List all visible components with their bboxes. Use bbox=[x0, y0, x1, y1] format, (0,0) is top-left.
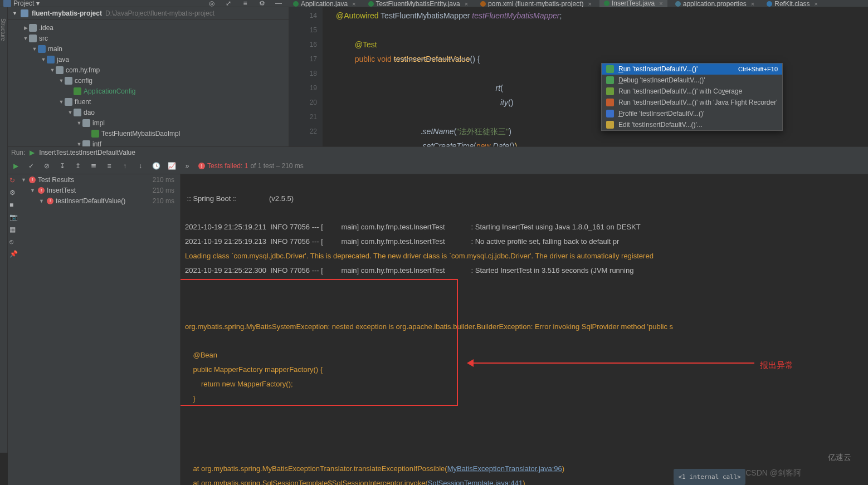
tree-arrow-icon[interactable] bbox=[58, 78, 65, 84]
line-number[interactable]: 19 bbox=[289, 81, 317, 95]
tree-arrow-icon[interactable]: ▼ bbox=[21, 177, 27, 183]
tree-label: intf bbox=[92, 140, 101, 147]
tree-arrow-icon[interactable] bbox=[58, 99, 65, 105]
chevron-down-icon: ▼ bbox=[12, 11, 17, 16]
menu-item[interactable]: Run 'testInsertDefaultV...()'Ctrl+Shift+… bbox=[602, 63, 782, 75]
project-selector[interactable]: Project ▾ bbox=[3, 0, 40, 7]
file-type-icon bbox=[604, 1, 609, 6]
file-type-icon bbox=[480, 1, 486, 7]
left-rail: Structure bbox=[0, 7, 8, 453]
tree-arrow-icon[interactable]: ▼ bbox=[30, 188, 36, 193]
line-number[interactable]: 21 bbox=[289, 110, 317, 124]
tree-node[interactable]: src bbox=[8, 33, 289, 43]
history-icon[interactable]: 🕓 bbox=[152, 161, 160, 170]
tree-node[interactable]: impl bbox=[8, 117, 289, 128]
stacktrace-link[interactable]: MyBatisExceptionTranslator.java:96 bbox=[447, 464, 562, 473]
test-tree-item[interactable]: ▼!InsertTest210 ms bbox=[19, 185, 180, 195]
test-tree-item[interactable]: ▼!testInsertDefaultValue()210 ms bbox=[19, 195, 180, 206]
menu-icon bbox=[606, 87, 614, 95]
tree-arrow-icon[interactable] bbox=[76, 141, 82, 147]
menu-item[interactable]: Run 'testInsertDefaultV...()' with 'Java… bbox=[602, 97, 782, 108]
menu-item[interactable]: Edit 'testInsertDefaultV...()'... bbox=[602, 119, 782, 130]
sort2-icon[interactable]: ↥ bbox=[74, 161, 82, 170]
tree-arrow-icon[interactable] bbox=[67, 110, 74, 115]
gear-icon[interactable]: ⚙ bbox=[257, 0, 266, 8]
more-icon[interactable]: » bbox=[183, 161, 192, 170]
expand-icon[interactable]: ⤢ bbox=[224, 0, 233, 8]
file-type-icon bbox=[675, 1, 681, 7]
project-root[interactable]: ▼ fluent-mybatis-project D:\JavaProject\… bbox=[8, 7, 289, 20]
line-number[interactable]: 18 bbox=[289, 66, 317, 81]
tree-arrow-icon[interactable] bbox=[31, 46, 38, 52]
test-time: 210 ms bbox=[153, 187, 178, 194]
close-icon[interactable]: × bbox=[659, 0, 662, 7]
tree-arrow-icon[interactable] bbox=[22, 25, 29, 31]
tree-arrow-icon[interactable]: ▼ bbox=[39, 198, 45, 204]
line-number[interactable]: 22 bbox=[289, 124, 317, 139]
test-tree-item[interactable]: ▼!Test Results210 ms bbox=[19, 174, 180, 185]
hide-icon[interactable]: — bbox=[274, 0, 283, 8]
stacktrace-link[interactable]: SqlSessionTemplate.java:441 bbox=[428, 479, 523, 485]
rerun-icon[interactable]: ▶ bbox=[11, 161, 20, 170]
tree-node[interactable]: .idea bbox=[8, 22, 289, 33]
tree-node[interactable]: config bbox=[8, 75, 289, 86]
tree-arrow-icon[interactable] bbox=[76, 120, 82, 126]
menu-item[interactable]: Run 'testInsertDefaultV...()' with Cover… bbox=[602, 86, 782, 97]
dump-icon[interactable]: 📷 bbox=[9, 213, 17, 221]
code-editor[interactable]: 141516171819202122 @Autowired TestFluent… bbox=[289, 7, 868, 146]
menu-icon bbox=[606, 121, 614, 129]
line-number[interactable]: 15 bbox=[289, 23, 317, 37]
pin-icon[interactable]: 📌 bbox=[9, 250, 17, 258]
line-number[interactable]: 14 bbox=[289, 8, 317, 23]
expand-all-icon[interactable]: ≣ bbox=[89, 161, 98, 170]
tree-arrow-icon[interactable] bbox=[22, 36, 29, 41]
tree-arrow-icon[interactable] bbox=[40, 57, 47, 62]
run-config-name[interactable]: InsertTest.testInsertDefaultValue bbox=[39, 149, 135, 156]
toggle-ignore-icon[interactable]: ⊘ bbox=[42, 161, 51, 170]
line-number[interactable]: 17 bbox=[289, 52, 317, 66]
code-area[interactable]: @Autowired TestFluentMybatisMapper testF… bbox=[323, 7, 868, 146]
sort-icon[interactable]: ↧ bbox=[58, 161, 67, 170]
close-icon[interactable]: × bbox=[588, 1, 591, 7]
spring-banner: :: Spring Boot :: (v2.5.5) bbox=[185, 194, 294, 203]
up-icon[interactable]: ↑ bbox=[120, 161, 129, 170]
line-number[interactable]: 16 bbox=[289, 37, 317, 52]
tree-node[interactable]: fluent bbox=[8, 96, 289, 107]
test-name: Test Results bbox=[38, 176, 74, 184]
layout-icon[interactable]: ▦ bbox=[9, 226, 17, 233]
internal-call-tag[interactable]: <1 internal call> bbox=[674, 469, 745, 485]
stop-icon[interactable]: ■ bbox=[9, 201, 17, 209]
tree-node[interactable]: ApplicationConfig bbox=[8, 86, 289, 96]
close-icon[interactable]: × bbox=[465, 1, 468, 7]
close-icon[interactable]: × bbox=[352, 1, 355, 7]
rerun-failed-icon[interactable]: ↻ bbox=[9, 177, 17, 184]
tree-node[interactable]: dao bbox=[8, 107, 289, 117]
console-output[interactable]: :: Spring Boot :: (v2.5.5) 2021-10-19 21… bbox=[181, 174, 868, 485]
menu-label: Debug 'testInsertDefaultV...()' bbox=[618, 76, 705, 84]
collapse-all-icon[interactable]: ≡ bbox=[105, 161, 114, 170]
toggle-pass-icon[interactable]: ✓ bbox=[27, 161, 36, 170]
tab-label: Application.java bbox=[301, 0, 348, 8]
toggle-auto-icon[interactable]: ⚙ bbox=[9, 189, 17, 197]
menu-item[interactable]: Debug 'testInsertDefaultV...()' bbox=[602, 75, 782, 86]
tree-node[interactable]: main bbox=[8, 43, 289, 54]
tree-node[interactable]: TestFluentMybatisDaoImpl bbox=[8, 128, 289, 139]
close-icon[interactable]: × bbox=[815, 1, 818, 7]
down-icon[interactable]: ↓ bbox=[136, 161, 145, 170]
tree-node[interactable]: com.hy.fmp bbox=[8, 65, 289, 75]
test-name: testInsertDefaultValue() bbox=[56, 197, 125, 205]
close-icon[interactable]: × bbox=[751, 1, 754, 7]
target-icon[interactable]: ◎ bbox=[207, 0, 216, 8]
structure-label[interactable]: Structure bbox=[0, 18, 6, 41]
menu-icon bbox=[606, 65, 614, 73]
menu-item[interactable]: Profile 'testInsertDefaultV...()' bbox=[602, 108, 782, 119]
run-body: ↻ ⚙ ■ 📷 ▦ ⎋ 📌 ▼!Test Results210 ms▼!Inse… bbox=[8, 174, 868, 485]
tree-node[interactable]: java bbox=[8, 54, 289, 65]
collapse-icon[interactable]: ≡ bbox=[241, 0, 250, 8]
tree-arrow-icon[interactable] bbox=[49, 67, 56, 73]
line-number[interactable]: 20 bbox=[289, 95, 317, 110]
export-icon[interactable]: 📈 bbox=[167, 161, 176, 170]
test-tree: ▼!Test Results210 ms▼!InsertTest210 ms▼!… bbox=[19, 174, 181, 485]
exit-icon[interactable]: ⎋ bbox=[9, 238, 17, 246]
tree-node[interactable]: intf bbox=[8, 139, 289, 146]
